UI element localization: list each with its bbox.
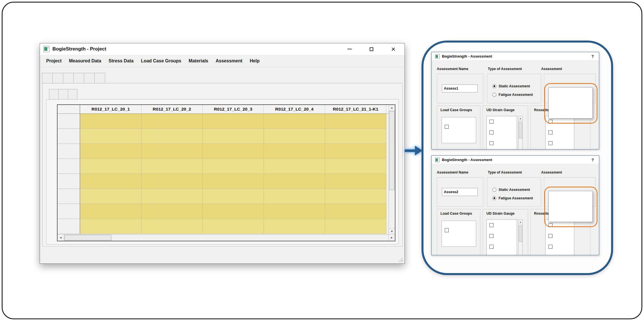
assessment-dropdown[interactable] xyxy=(548,87,593,119)
radio-button[interactable] xyxy=(492,84,496,88)
table-cell[interactable] xyxy=(203,174,264,189)
row-header[interactable] xyxy=(58,129,80,144)
row-header[interactable] xyxy=(58,219,80,234)
scroll-up-icon[interactable]: ▲ xyxy=(518,116,522,121)
menu-item[interactable]: Stress Data xyxy=(105,55,137,67)
list-item[interactable]: ✓ xyxy=(487,231,517,241)
menu-item[interactable]: Materials xyxy=(185,55,212,67)
table-cell[interactable] xyxy=(80,159,141,174)
close-button[interactable]: × xyxy=(382,43,404,55)
minimize-button[interactable] xyxy=(339,43,361,55)
checkbox[interactable]: ✓ xyxy=(548,245,552,249)
list-item[interactable]: ✓ xyxy=(442,225,476,236)
menu-item[interactable]: Load Case Groups xyxy=(137,55,185,67)
table-cell[interactable] xyxy=(141,174,203,189)
horizontal-scrollbar-thumb[interactable] xyxy=(64,235,111,240)
vertical-scrollbar[interactable]: ▲ ▼ xyxy=(389,105,395,234)
scroll-up-icon[interactable]: ▲ xyxy=(518,220,522,224)
checkbox[interactable]: ✓ xyxy=(490,234,493,238)
checkbox[interactable]: ✓ xyxy=(445,228,449,232)
column-header[interactable]: R012_17_LC_20_1 xyxy=(80,105,141,113)
scroll-up-icon[interactable]: ▲ xyxy=(389,105,395,111)
table-cell[interactable] xyxy=(141,114,203,129)
table-cell[interactable] xyxy=(264,189,325,204)
list-item[interactable]: ✓ xyxy=(546,241,574,252)
checkbox[interactable]: ✓ xyxy=(548,120,552,124)
list-item[interactable]: ✓ xyxy=(487,220,517,231)
menu-item[interactable]: Project xyxy=(43,55,65,67)
help-button[interactable]: ? xyxy=(591,52,594,61)
column-header[interactable]: R012_17_LC_20_4 xyxy=(264,105,325,113)
row-header[interactable] xyxy=(58,144,80,159)
table-cell[interactable] xyxy=(264,159,325,174)
table-cell[interactable] xyxy=(264,174,325,189)
column-header[interactable]: R012_17_LC_20_3 xyxy=(203,105,264,113)
scrollbar-thumb[interactable] xyxy=(519,122,522,138)
dropdown-item[interactable] xyxy=(549,103,592,111)
table-corner-cell[interactable] xyxy=(58,105,80,113)
menu-item[interactable]: Help xyxy=(246,55,263,67)
table-cell[interactable] xyxy=(141,204,203,219)
tab[interactable] xyxy=(84,73,95,83)
column-header[interactable]: R012_17_LC_20_2 xyxy=(141,105,203,113)
table-cell[interactable] xyxy=(203,204,264,219)
checkbox[interactable]: ✓ xyxy=(490,120,493,124)
vertical-scrollbar-thumb[interactable] xyxy=(389,111,395,190)
static-assessment-option[interactable]: Static Assessment xyxy=(492,187,530,192)
tab[interactable] xyxy=(73,73,84,83)
list-scrollbar[interactable]: ▲ xyxy=(518,219,523,255)
tab[interactable] xyxy=(42,73,53,83)
row-header[interactable] xyxy=(58,189,80,204)
subtab[interactable] xyxy=(58,89,68,100)
dropdown-item[interactable] xyxy=(549,214,592,222)
dropdown-item[interactable] xyxy=(549,199,592,206)
table-cell[interactable] xyxy=(80,189,141,204)
title-bar[interactable]: BogieStrength - Project × xyxy=(40,43,404,55)
table-cell[interactable] xyxy=(264,204,325,219)
table-cell[interactable] xyxy=(203,189,264,204)
checkbox[interactable]: ✓ xyxy=(548,141,552,145)
list-item[interactable]: ✓ xyxy=(546,127,574,138)
assessment-dropdown[interactable] xyxy=(548,191,593,222)
checkbox[interactable]: ✓ xyxy=(548,223,552,227)
table-cell[interactable] xyxy=(203,219,264,234)
list-item[interactable]: ✓ xyxy=(487,116,517,127)
table-cell[interactable] xyxy=(80,174,141,189)
checkbox[interactable]: ✓ xyxy=(548,130,552,134)
tab[interactable] xyxy=(63,73,74,83)
list-item[interactable]: ✓ xyxy=(487,127,517,138)
table-cell[interactable] xyxy=(325,219,386,234)
table-cell[interactable] xyxy=(264,144,325,159)
scroll-down-icon[interactable]: ▼ xyxy=(389,228,395,234)
table-cell[interactable] xyxy=(203,144,264,159)
checkbox[interactable]: ✓ xyxy=(445,125,449,129)
table-cell[interactable] xyxy=(325,159,386,174)
table-cell[interactable] xyxy=(141,219,203,234)
fatigue-assessment-option[interactable]: Fatigue Assessment xyxy=(492,92,533,97)
scroll-left-icon[interactable]: ◄ xyxy=(58,235,64,241)
menu-item[interactable]: Assessment xyxy=(212,55,246,67)
table-cell[interactable] xyxy=(141,189,203,204)
checkbox[interactable]: ✓ xyxy=(490,130,493,134)
table-cell[interactable] xyxy=(80,129,141,144)
radio-button[interactable] xyxy=(492,196,496,200)
table-cell[interactable] xyxy=(80,144,141,159)
table-cell[interactable] xyxy=(325,129,386,144)
title-bar[interactable]: BogieStrength - Assessment ? xyxy=(432,52,599,61)
row-header[interactable] xyxy=(58,114,80,129)
row-header[interactable] xyxy=(58,204,80,219)
tab[interactable] xyxy=(52,73,63,83)
maximize-button[interactable] xyxy=(361,43,382,55)
dropdown-item[interactable] xyxy=(549,95,592,103)
list-item[interactable]: ✓ xyxy=(487,138,517,149)
table-cell[interactable] xyxy=(80,219,141,234)
checkbox[interactable]: ✓ xyxy=(548,234,552,238)
radio-button[interactable] xyxy=(492,188,496,192)
table-cell[interactable] xyxy=(203,114,264,129)
table-cell[interactable] xyxy=(325,204,386,219)
radio-button[interactable] xyxy=(492,93,496,97)
assessment-name-input[interactable] xyxy=(442,85,478,92)
dropdown-item[interactable] xyxy=(549,191,592,199)
dropdown-item[interactable] xyxy=(549,111,592,118)
list-item[interactable]: ✓ xyxy=(546,138,574,149)
